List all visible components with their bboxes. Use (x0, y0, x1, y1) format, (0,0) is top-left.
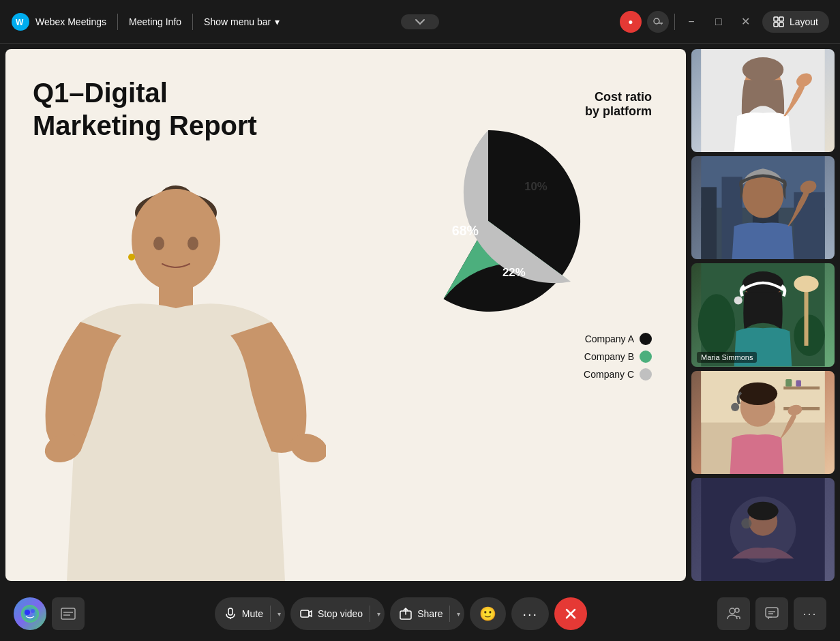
webex-logo: W Webex Meetings (11, 12, 106, 31)
legend-item-company-c: Company C (584, 368, 652, 381)
share-button[interactable]: Share ▾ (390, 597, 464, 630)
bottom-right-controls: ··· (717, 597, 826, 630)
share-caret-icon[interactable]: ▾ (457, 610, 460, 618)
company-b-label: Company B (584, 351, 634, 362)
company-b-dot (640, 351, 652, 363)
stop-video-button[interactable]: Stop video ▾ (290, 597, 385, 630)
svg-point-38 (794, 276, 818, 293)
ai-assistant-button[interactable] (14, 597, 46, 630)
svg-point-41 (734, 297, 742, 305)
svg-rect-60 (61, 608, 75, 619)
share-label: Share (417, 608, 442, 619)
participant-4-video (691, 371, 835, 474)
svg-rect-6 (779, 17, 783, 21)
participant-3-video (691, 263, 835, 366)
svg-point-70 (735, 608, 739, 612)
legend-item-company-b: Company B (584, 351, 652, 363)
svg-text:W: W (16, 18, 24, 27)
captions-button[interactable] (52, 597, 85, 630)
participant-2-video (691, 156, 835, 259)
svg-point-58 (25, 610, 30, 615)
svg-point-11 (132, 189, 220, 291)
more-options-button[interactable]: ··· (511, 597, 549, 630)
meeting-info-button[interactable]: Meeting Info (129, 16, 181, 27)
svg-text:68%: 68% (452, 223, 479, 238)
participant-1-silhouette (691, 49, 835, 152)
participant-video-2[interactable] (691, 156, 835, 259)
share-divider (449, 606, 450, 622)
show-menu-bar-button[interactable]: Show menu bar ▾ (204, 16, 280, 27)
participant-video-3[interactable]: Maria Simmons (691, 263, 835, 366)
svg-point-17 (128, 254, 135, 260)
webex-logo-icon: W (11, 12, 30, 31)
microphone-icon (224, 608, 237, 620)
participant-1-video (691, 49, 835, 152)
minimize-button[interactable]: − (680, 11, 702, 33)
presentation-area: Q1–Digital Marketing Report (5, 49, 686, 581)
more-side-button[interactable]: ··· (794, 597, 826, 630)
collapse-panel-button[interactable] (401, 14, 439, 29)
maximize-button[interactable]: □ (708, 11, 730, 33)
mute-button[interactable]: Mute ▾ (215, 597, 285, 630)
video-caret-icon[interactable]: ▾ (377, 610, 380, 618)
participant-3-silhouette (691, 263, 835, 366)
svg-rect-44 (783, 386, 820, 389)
svg-rect-8 (779, 23, 783, 27)
pie-chart: 68% 22% 10% (393, 125, 584, 316)
svg-point-55 (747, 502, 778, 520)
reactions-button[interactable]: 🙂 (470, 597, 506, 630)
webex-logo-text: Webex Meetings (35, 16, 106, 27)
ai-icon (20, 604, 40, 623)
svg-rect-12 (159, 281, 193, 308)
topbar-divider-3 (674, 14, 675, 30)
slide-title-line2: Marketing Report (33, 110, 257, 140)
svg-rect-47 (796, 380, 801, 386)
chat-button[interactable] (755, 597, 788, 630)
company-a-dot (640, 333, 652, 345)
topbar-divider-2 (192, 14, 193, 30)
more-side-icon: ··· (802, 607, 817, 621)
video-divider (370, 606, 370, 622)
end-call-icon (563, 606, 578, 621)
svg-rect-65 (301, 610, 309, 617)
participants-button[interactable] (717, 597, 750, 630)
key-indicator[interactable] (647, 11, 669, 33)
topbar-divider-1 (117, 14, 118, 30)
svg-point-50 (731, 402, 739, 411)
svg-rect-5 (774, 17, 778, 21)
topbar: W Webex Meetings Meeting Info Show menu … (0, 0, 840, 44)
share-icon (400, 608, 412, 620)
bottom-left-controls (14, 597, 85, 630)
svg-rect-31 (794, 192, 824, 259)
presenter-silhouette (26, 145, 326, 581)
svg-rect-71 (766, 608, 778, 617)
bottom-bar: Mute ▾ Stop video ▾ Share ▾ 🙂 (0, 586, 840, 641)
svg-rect-63 (228, 608, 232, 615)
video-panel: Maria Simmons (691, 49, 835, 581)
svg-point-69 (730, 608, 735, 614)
participant-video-4[interactable] (691, 371, 835, 474)
svg-point-24 (742, 57, 783, 82)
participant-video-1[interactable] (691, 49, 835, 152)
main-content: Q1–Digital Marketing Report (0, 44, 840, 586)
svg-point-16 (188, 237, 198, 250)
company-c-label: Company C (584, 369, 634, 380)
recording-dot: ● (628, 17, 633, 27)
captions-icon (61, 608, 76, 620)
close-button[interactable]: ✕ (735, 11, 757, 33)
svg-point-56 (741, 518, 751, 528)
participants-icon (727, 608, 740, 620)
mute-caret-icon[interactable]: ▾ (278, 610, 281, 618)
layout-button[interactable]: Layout (762, 11, 829, 33)
more-dots-icon: ··· (522, 606, 538, 622)
chevron-down-icon: ▾ (275, 16, 280, 27)
end-call-button[interactable] (554, 597, 587, 630)
bottom-center-controls: Mute ▾ Stop video ▾ Share ▾ 🙂 (215, 597, 587, 630)
svg-rect-28 (701, 188, 717, 260)
company-c-dot (640, 368, 652, 381)
legend-item-company-a: Company A (585, 333, 652, 345)
slide-content: Q1–Digital Marketing Report (5, 49, 686, 581)
participant-video-5[interactable] (691, 478, 835, 581)
participant-5-avatar (691, 478, 835, 581)
show-menu-bar-label: Show menu bar (204, 16, 271, 27)
